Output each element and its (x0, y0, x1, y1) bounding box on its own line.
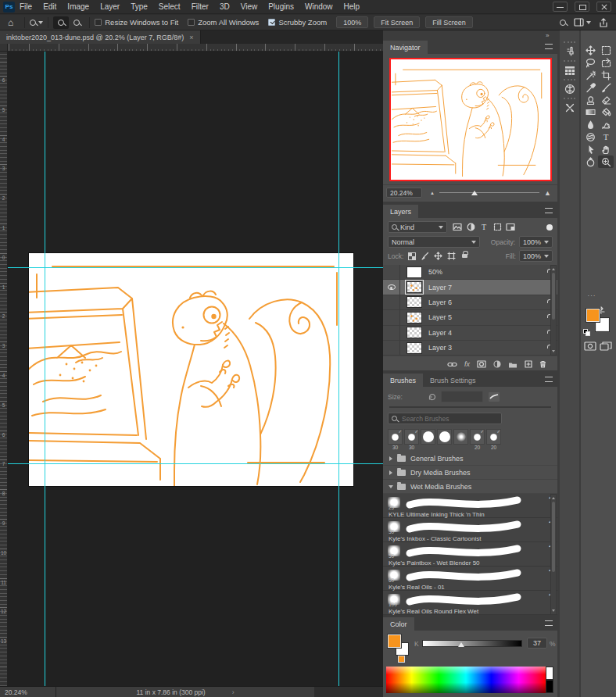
slider-thumb[interactable] (471, 191, 478, 195)
eyedropper-tool[interactable] (582, 81, 598, 94)
recent-brush[interactable] (437, 429, 452, 450)
k-slider[interactable] (422, 640, 522, 647)
brushes-scrollbar[interactable] (550, 494, 557, 615)
horizontal-ruler[interactable]: 01234567891011 (8, 44, 383, 52)
zoom-in-button[interactable] (53, 16, 69, 29)
navigator-zoom-slider[interactable] (439, 192, 539, 193)
object-selection-tool[interactable] (598, 57, 614, 70)
layer-row[interactable]: Layer 4 (383, 326, 557, 341)
panel-menu-icon[interactable] (545, 44, 553, 49)
fit-screen-button[interactable]: Fit Screen (374, 16, 420, 28)
opacity-select[interactable]: 100% (519, 236, 553, 248)
add-adjustment-layer-icon[interactable] (493, 360, 501, 368)
size-slider[interactable] (389, 406, 551, 408)
canvas[interactable] (29, 253, 353, 486)
paint-bucket-tool[interactable] (598, 106, 614, 119)
recent-brush[interactable]: 30 (404, 429, 419, 450)
brush-item[interactable]: ✓ 60 Kyle's Real Oils - 01 (383, 567, 557, 591)
lock-artboard-icon[interactable] (446, 252, 457, 261)
k-value-field[interactable]: 37 (527, 638, 547, 649)
recent-brush[interactable]: 30 (388, 429, 403, 450)
lock-image-pixels-icon[interactable] (420, 252, 430, 261)
ruler-corner[interactable] (0, 44, 8, 52)
expand-chevron-icon[interactable] (389, 485, 393, 488)
delete-layer-icon[interactable] (539, 360, 546, 368)
tab-navigator[interactable]: Navigator (383, 41, 428, 54)
menu-item[interactable]: File (20, 2, 32, 11)
panel-menu-icon[interactable] (545, 377, 553, 382)
layer-thumbnail[interactable] (406, 342, 422, 354)
brush-settings-panel-icon[interactable] (560, 43, 579, 60)
brush-search-box[interactable] (388, 413, 502, 424)
recent-brush[interactable]: 20 (470, 429, 485, 450)
scrollbar-thumb[interactable] (552, 273, 555, 320)
move-tool[interactable] (582, 45, 598, 57)
menu-item[interactable]: Help (344, 2, 360, 11)
visibility-toggle[interactable] (383, 265, 400, 279)
layer-filter-kind-select[interactable]: Kind (388, 221, 447, 233)
workspace-switcher[interactable] (574, 18, 591, 27)
layer-row[interactable]: 50% (383, 265, 557, 280)
eraser-tool[interactable] (598, 94, 614, 106)
filter-toggle[interactable] (546, 224, 553, 231)
new-group-icon[interactable] (508, 361, 518, 368)
scrubby-zoom-checkbox[interactable]: Scrubby Zoom (268, 18, 327, 27)
layer-style-icon[interactable]: fx (464, 360, 470, 368)
add-layer-mask-icon[interactable] (477, 360, 486, 368)
rectangular-marquee-tool[interactable] (598, 45, 614, 57)
recent-brush[interactable] (421, 429, 435, 450)
zoom-tool-preset[interactable] (30, 20, 43, 26)
hand-tool[interactable] (598, 143, 614, 155)
layer-name[interactable]: Layer 4 (428, 329, 452, 337)
expand-chevron-icon[interactable] (389, 456, 392, 461)
brush-item[interactable]: ✓ 100 Kyle's Real Oils Round Flex Wet (383, 591, 557, 615)
brush-item[interactable]: ✓ 50 Kyle's Paintbox - Wet Blender 50 (383, 542, 557, 567)
screen-mode-icon[interactable] (600, 341, 612, 351)
lock-position-icon[interactable] (433, 252, 443, 261)
edit-toolbar-icon[interactable]: ··· (584, 292, 600, 299)
zoom-in-mountain-icon[interactable]: ▲ (544, 189, 551, 197)
zoom-out-button[interactable] (69, 16, 84, 29)
tool-presets-panel-icon[interactable] (560, 99, 579, 116)
brush-item[interactable]: ✓ 30 Kyle's Inkbox - Classic Cartoonist (383, 518, 557, 542)
rotate-view-tool[interactable] (582, 155, 598, 168)
menu-item[interactable]: View (241, 2, 258, 11)
expand-chevron-icon[interactable] (389, 470, 392, 475)
layer-row[interactable]: Layer 5 (383, 310, 557, 325)
navigator-zoom-field[interactable]: 20.24% (386, 188, 422, 198)
visibility-toggle[interactable] (383, 295, 400, 309)
gamut-swatch[interactable] (398, 656, 405, 663)
layer-name[interactable]: Layer 3 (428, 344, 452, 352)
vertical-ruler[interactable]: 654321012345678910111213 (0, 52, 8, 686)
filter-type-layers-icon[interactable]: T (478, 222, 489, 232)
layer-thumbnail[interactable] (406, 312, 422, 323)
filter-shape-layers-icon[interactable] (492, 222, 503, 232)
menu-item[interactable]: 3D (220, 2, 230, 11)
menu-item[interactable]: Layer (100, 2, 120, 11)
close-button[interactable] (596, 2, 611, 12)
fill-screen-button[interactable]: Fill Screen (425, 16, 473, 28)
zoom-all-windows-checkbox[interactable]: Zoom All Windows (188, 18, 259, 27)
path-selection-tool[interactable] (582, 143, 598, 155)
layer-name[interactable]: 50% (428, 268, 442, 276)
zoom-out-mountain-icon[interactable]: ▲ (430, 191, 435, 195)
menu-item[interactable]: Window (305, 2, 333, 11)
swatches-panel-icon[interactable] (560, 62, 579, 79)
layer-row[interactable]: Layer 7 (383, 280, 557, 295)
layer-thumbnail[interactable] (406, 281, 422, 293)
layer-row[interactable]: Layer 6 (383, 295, 557, 310)
brush-tool[interactable] (598, 81, 614, 94)
link-layers-icon[interactable] (447, 361, 457, 368)
visibility-toggle[interactable] (383, 280, 400, 294)
layer-name[interactable]: Layer 7 (428, 284, 452, 291)
smudge-tool[interactable] (598, 119, 614, 131)
brush-folder-row[interactable]: Dry Media Brushes (383, 466, 557, 480)
lock-transparent-pixels-icon[interactable] (406, 252, 417, 261)
reset-size-icon[interactable] (428, 393, 436, 401)
pasteboard[interactable] (8, 52, 383, 686)
home-icon[interactable]: ⌂ (8, 17, 13, 28)
blend-mode-select[interactable]: Normal (388, 236, 480, 248)
brush-folder-row[interactable]: General Brushes (383, 452, 557, 466)
minimize-button[interactable] (553, 2, 568, 12)
gradient-tool[interactable] (582, 106, 598, 119)
